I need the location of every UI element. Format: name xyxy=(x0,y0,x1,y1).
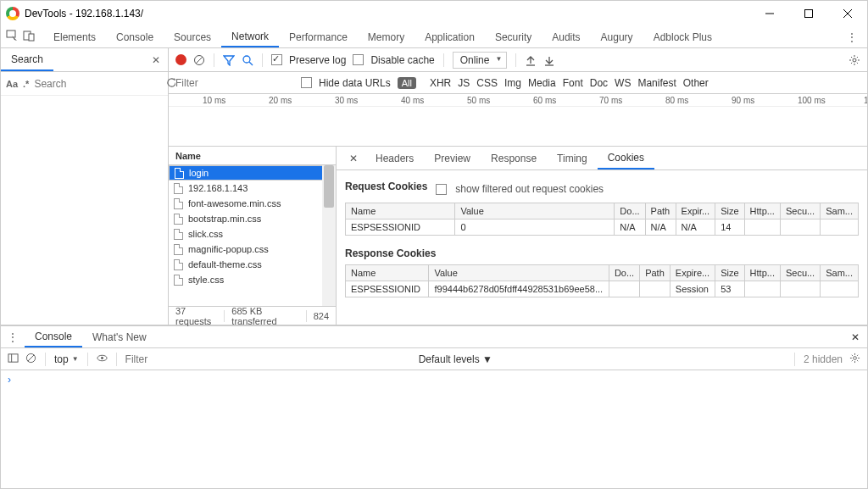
download-har-icon[interactable] xyxy=(543,54,555,66)
detail-tab-headers[interactable]: Headers xyxy=(365,147,424,169)
filter-type-media[interactable]: Media xyxy=(528,77,556,89)
request-row[interactable]: default-theme.css xyxy=(169,257,336,272)
request-row[interactable]: font-awesome.min.css xyxy=(169,196,336,211)
filter-type-js[interactable]: JS xyxy=(458,77,470,89)
filter-type-xhr[interactable]: XHR xyxy=(430,77,451,89)
log-levels-select[interactable]: Default levels ▼ xyxy=(419,353,492,365)
table-cell xyxy=(609,281,639,297)
filter-type-font[interactable]: Font xyxy=(563,77,583,89)
table-row[interactable]: ESPSESSIONIDf99444b6278d05fdff44928531b6… xyxy=(346,281,859,297)
console-sidebar-icon[interactable] xyxy=(8,353,19,366)
tab-elements[interactable]: Elements xyxy=(43,26,106,47)
search-tab[interactable]: Search xyxy=(1,48,53,71)
table-row[interactable]: ESPSESSIONID0N/AN/AN/A14 xyxy=(346,219,859,236)
upload-har-icon[interactable] xyxy=(525,54,537,66)
svg-point-22 xyxy=(854,356,857,359)
request-row[interactable]: 192.168.1.143 xyxy=(169,181,336,196)
table-header: Name xyxy=(346,203,455,219)
table-cell: ESPSESSIONID xyxy=(346,219,455,236)
tab-adblock-plus[interactable]: Adblock Plus xyxy=(643,26,722,47)
tab-audits[interactable]: Audits xyxy=(542,26,590,47)
request-row[interactable]: magnific-popup.css xyxy=(169,242,336,257)
drawer-tab-what-s-new[interactable]: What's New xyxy=(82,326,157,347)
table-header: Do... xyxy=(609,265,639,281)
match-case-icon[interactable]: Aa xyxy=(6,79,18,89)
svg-rect-1 xyxy=(805,10,813,18)
filter-icon[interactable] xyxy=(223,54,235,66)
detail-tab-preview[interactable]: Preview xyxy=(424,147,481,169)
record-button[interactable] xyxy=(175,54,186,65)
detail-tab-timing[interactable]: Timing xyxy=(547,147,598,169)
filter-type-manifest[interactable]: Manifest xyxy=(637,77,676,89)
request-row[interactable]: login xyxy=(169,165,336,181)
tab-network[interactable]: Network xyxy=(221,26,279,47)
console-filter-input[interactable] xyxy=(125,353,412,365)
response-cookies-title: Response Cookies xyxy=(345,247,859,259)
context-select[interactable]: top▼ xyxy=(54,353,79,365)
tab-memory[interactable]: Memory xyxy=(358,26,415,47)
clear-console-icon[interactable] xyxy=(25,353,36,366)
tab-augury[interactable]: Augury xyxy=(591,26,643,47)
table-header: Sam... xyxy=(821,203,859,219)
live-expression-icon[interactable] xyxy=(97,353,108,366)
maximize-button[interactable] xyxy=(789,1,828,26)
filter-type-css[interactable]: CSS xyxy=(476,77,498,89)
filter-type-img[interactable]: Img xyxy=(504,77,521,89)
filter-type-ws[interactable]: WS xyxy=(615,77,631,89)
clear-search-icon[interactable]: ✕ xyxy=(144,48,168,71)
close-button[interactable] xyxy=(828,1,867,26)
request-row[interactable]: bootstrap.min.css xyxy=(169,211,336,226)
scrollbar-thumb[interactable] xyxy=(324,165,334,208)
table-cell xyxy=(780,219,820,236)
table-cell xyxy=(744,219,780,236)
search-input[interactable] xyxy=(34,78,161,90)
table-cell: ESPSESSIONID xyxy=(346,281,429,297)
clear-log-icon[interactable] xyxy=(193,54,205,66)
disable-cache-checkbox[interactable] xyxy=(353,54,364,65)
minimize-button[interactable] xyxy=(750,1,789,26)
scrollbar[interactable] xyxy=(322,165,336,306)
tab-console[interactable]: Console xyxy=(106,26,164,47)
regex-icon[interactable]: .* xyxy=(23,79,29,89)
table-cell: f99444b6278d05fdff44928531b69ee58... xyxy=(429,281,609,297)
console-prompt-icon[interactable]: › xyxy=(8,374,11,386)
request-name: font-awesome.min.css xyxy=(188,198,281,208)
drawer-tab-console[interactable]: Console xyxy=(25,326,82,347)
device-icon[interactable] xyxy=(23,30,35,44)
settings-icon[interactable] xyxy=(849,54,860,66)
request-list-header[interactable]: Name xyxy=(169,147,336,165)
filter-input[interactable] xyxy=(175,77,294,89)
detail-tab-cookies[interactable]: Cookies xyxy=(598,147,654,169)
inspect-icon[interactable] xyxy=(6,30,18,44)
tab-performance[interactable]: Performance xyxy=(279,26,358,47)
close-drawer-icon[interactable]: ✕ xyxy=(843,326,867,347)
footer-extra: 824 xyxy=(307,311,336,321)
filter-type-doc[interactable]: Doc xyxy=(590,77,608,89)
timeline-tick: 10 ms xyxy=(203,96,225,105)
table-header: Size xyxy=(715,265,744,281)
drawer-menu-icon[interactable]: ⋮ xyxy=(1,326,25,347)
more-menu-icon[interactable]: ⋮ xyxy=(837,26,867,47)
request-row[interactable]: style.css xyxy=(169,272,336,287)
filter-all[interactable]: All xyxy=(398,77,416,89)
tab-sources[interactable]: Sources xyxy=(164,26,221,47)
close-detail-icon[interactable]: ✕ xyxy=(342,147,365,169)
show-filtered-checkbox[interactable] xyxy=(436,184,447,195)
filter-row: Hide data URLs All XHRJSCSSImgMediaFontD… xyxy=(169,72,867,94)
table-header: Path xyxy=(640,265,670,281)
console-settings-icon[interactable] xyxy=(849,353,860,366)
table-header: Expire... xyxy=(670,265,715,281)
detail-tab-response[interactable]: Response xyxy=(481,147,547,169)
hide-data-urls-checkbox[interactable] xyxy=(301,77,312,88)
tab-security[interactable]: Security xyxy=(485,26,542,47)
preserve-log-checkbox[interactable] xyxy=(271,54,282,65)
filter-type-other[interactable]: Other xyxy=(683,77,709,89)
search-icon[interactable] xyxy=(242,54,253,66)
throttling-select[interactable]: Online xyxy=(453,52,508,69)
svg-rect-16 xyxy=(8,353,18,361)
tab-application[interactable]: Application xyxy=(415,26,485,47)
table-header: Http... xyxy=(744,265,780,281)
waterfall-timeline[interactable]: 10 ms20 ms30 ms40 ms50 ms60 ms70 ms80 ms… xyxy=(169,94,867,147)
request-row[interactable]: slick.css xyxy=(169,226,336,242)
chrome-icon xyxy=(6,7,19,20)
